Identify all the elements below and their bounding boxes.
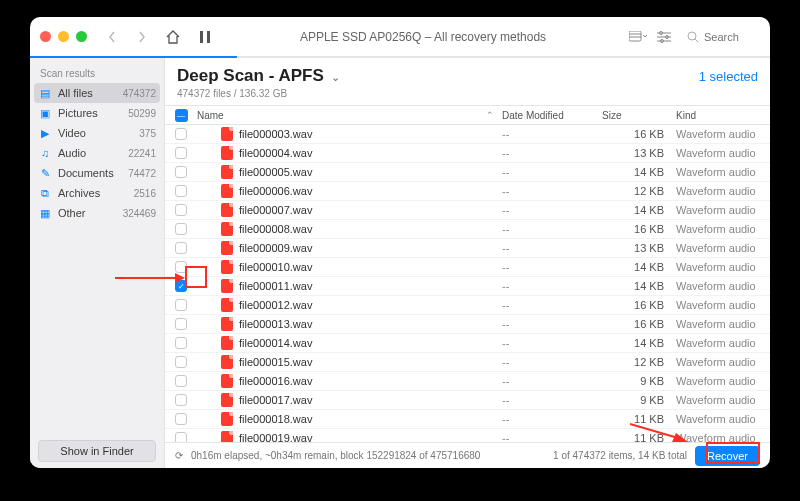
row-checkbox[interactable] xyxy=(175,375,187,387)
table-row[interactable]: file000018.wav -- 11 KB Waveform audio xyxy=(165,410,770,429)
table-row[interactable]: file000008.wav -- 16 KB Waveform audio xyxy=(165,220,770,239)
pause-button[interactable] xyxy=(193,26,217,48)
row-checkbox[interactable]: ✓ xyxy=(175,280,187,292)
recover-button[interactable]: Recover xyxy=(695,446,760,466)
file-date: -- xyxy=(502,223,602,235)
row-checkbox[interactable] xyxy=(175,413,187,425)
table-row[interactable]: ✓ file000011.wav -- 14 KB Waveform audio xyxy=(165,277,770,296)
page-subtitle: 474372 files / 136.32 GB xyxy=(177,88,340,99)
row-checkbox[interactable] xyxy=(175,185,187,197)
file-date: -- xyxy=(502,432,602,442)
view-mode-button[interactable] xyxy=(629,31,647,43)
sidebar-item-audio[interactable]: ♫ Audio 22241 xyxy=(30,143,164,163)
file-name: file000003.wav xyxy=(239,128,312,140)
row-checkbox[interactable] xyxy=(175,128,187,140)
sidebar-item-label: Pictures xyxy=(58,107,98,119)
sidebar-item-archives[interactable]: ⧉ Archives 2516 xyxy=(30,183,164,203)
row-checkbox[interactable] xyxy=(175,204,187,216)
file-kind: Waveform audio xyxy=(672,337,770,349)
sidebar-item-count: 2516 xyxy=(134,188,156,199)
app-window: APPLE SSD AP0256Q – All recovery methods… xyxy=(30,17,770,468)
titlebar: APPLE SSD AP0256Q – All recovery methods xyxy=(30,17,770,57)
file-name: file000013.wav xyxy=(239,318,312,330)
table-row[interactable]: file000016.wav -- 9 KB Waveform audio xyxy=(165,372,770,391)
row-checkbox[interactable] xyxy=(175,242,187,254)
table-row[interactable]: file000006.wav -- 12 KB Waveform audio xyxy=(165,182,770,201)
search-input[interactable] xyxy=(704,31,754,43)
sidebar-item-video[interactable]: ▶ Video 375 xyxy=(30,123,164,143)
row-checkbox[interactable] xyxy=(175,337,187,349)
file-icon xyxy=(221,241,233,255)
file-icon xyxy=(221,374,233,388)
sidebar: Scan results ▤ All files 474372▣ Picture… xyxy=(30,58,165,468)
file-kind: Waveform audio xyxy=(672,394,770,406)
close-window-icon[interactable] xyxy=(40,31,51,42)
col-kind-header[interactable]: Kind xyxy=(672,110,770,121)
forward-button[interactable] xyxy=(131,27,153,47)
minimize-window-icon[interactable] xyxy=(58,31,69,42)
col-name-header[interactable]: Name xyxy=(197,110,224,121)
table-row[interactable]: file000013.wav -- 16 KB Waveform audio xyxy=(165,315,770,334)
search-box[interactable] xyxy=(681,28,760,46)
filter-button[interactable] xyxy=(657,31,671,43)
svg-rect-2 xyxy=(629,31,641,41)
sidebar-item-all-files[interactable]: ▤ All files 474372 xyxy=(34,83,160,103)
table-row[interactable]: file000010.wav -- 14 KB Waveform audio xyxy=(165,258,770,277)
row-checkbox[interactable] xyxy=(175,147,187,159)
table-row[interactable]: file000017.wav -- 9 KB Waveform audio xyxy=(165,391,770,410)
row-checkbox[interactable] xyxy=(175,356,187,368)
row-checkbox[interactable] xyxy=(175,432,187,442)
recovery-mode: All recovery methods xyxy=(434,30,546,44)
file-name: file000011.wav xyxy=(239,280,312,292)
file-name: file000004.wav xyxy=(239,147,312,159)
back-button[interactable] xyxy=(101,27,123,47)
row-checkbox[interactable] xyxy=(175,166,187,178)
table-row[interactable]: file000019.wav -- 11 KB Waveform audio xyxy=(165,429,770,442)
table-row[interactable]: file000005.wav -- 14 KB Waveform audio xyxy=(165,163,770,182)
file-size: 14 KB xyxy=(602,204,672,216)
file-icon xyxy=(221,165,233,179)
file-icon xyxy=(221,355,233,369)
table-row[interactable]: file000014.wav -- 14 KB Waveform audio xyxy=(165,334,770,353)
table-row[interactable]: file000003.wav -- 16 KB Waveform audio xyxy=(165,125,770,144)
file-size: 9 KB xyxy=(602,394,672,406)
table-row[interactable]: file000004.wav -- 13 KB Waveform audio xyxy=(165,144,770,163)
file-kind: Waveform audio xyxy=(672,204,770,216)
zoom-window-icon[interactable] xyxy=(76,31,87,42)
row-checkbox[interactable] xyxy=(175,299,187,311)
file-icon xyxy=(221,336,233,350)
file-size: 14 KB xyxy=(602,337,672,349)
table-row[interactable]: file000012.wav -- 16 KB Waveform audio xyxy=(165,296,770,315)
row-checkbox[interactable] xyxy=(175,223,187,235)
file-date: -- xyxy=(502,356,602,368)
file-name: file000014.wav xyxy=(239,337,312,349)
table-row[interactable]: file000009.wav -- 13 KB Waveform audio xyxy=(165,239,770,258)
sidebar-item-documents[interactable]: ✎ Documents 74472 xyxy=(30,163,164,183)
sidebar-item-other[interactable]: ▦ Other 324469 xyxy=(30,203,164,223)
col-date-header[interactable]: Date Modified xyxy=(502,110,602,121)
file-name: file000019.wav xyxy=(239,432,312,442)
chevron-down-icon[interactable]: ⌄ xyxy=(331,71,340,83)
row-checkbox[interactable] xyxy=(175,261,187,273)
table-row[interactable]: file000007.wav -- 14 KB Waveform audio xyxy=(165,201,770,220)
search-icon xyxy=(687,31,699,43)
table-row[interactable]: file000015.wav -- 12 KB Waveform audio xyxy=(165,353,770,372)
file-size: 12 KB xyxy=(602,356,672,368)
row-checkbox[interactable] xyxy=(175,394,187,406)
file-icon xyxy=(221,260,233,274)
file-size: 14 KB xyxy=(602,261,672,273)
home-button[interactable] xyxy=(161,26,185,48)
files-icon: ▤ xyxy=(38,86,52,100)
select-all-checkbox[interactable]: — xyxy=(165,109,197,122)
main-panel: Deep Scan - APFS ⌄ 474372 files / 136.32… xyxy=(165,58,770,468)
file-size: 16 KB xyxy=(602,299,672,311)
row-checkbox[interactable] xyxy=(175,318,187,330)
sort-caret-icon: ⌃ xyxy=(486,110,494,120)
status-text: 0h16m elapsed, ~0h34m remain, block 1522… xyxy=(191,450,545,461)
show-in-finder-button[interactable]: Show in Finder xyxy=(38,440,156,462)
pictures-icon: ▣ xyxy=(38,106,52,120)
sidebar-item-pictures[interactable]: ▣ Pictures 50299 xyxy=(30,103,164,123)
file-name: file000007.wav xyxy=(239,204,312,216)
col-size-header[interactable]: Size xyxy=(602,110,672,121)
sidebar-item-count: 22241 xyxy=(128,148,156,159)
